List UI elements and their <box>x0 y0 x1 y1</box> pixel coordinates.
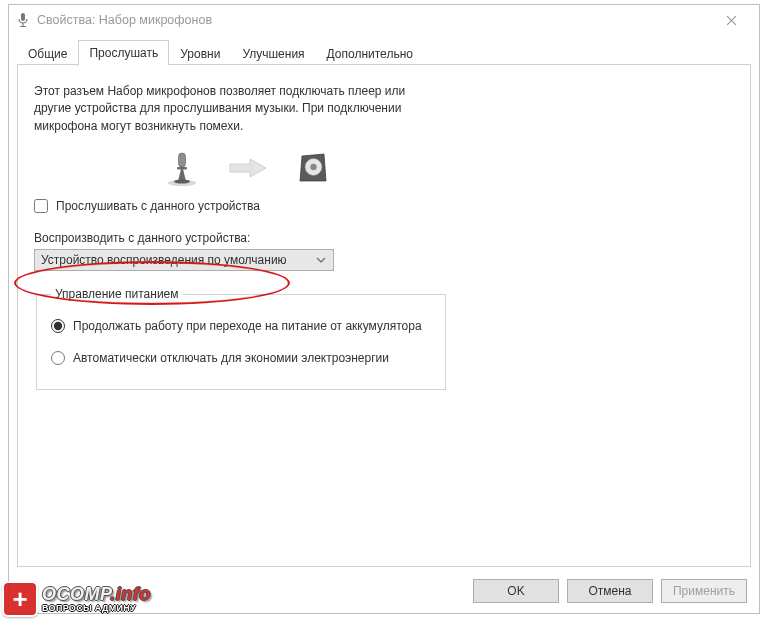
watermark-badge: + <box>2 581 38 617</box>
description-text: Этот разъем Набор микрофонов позволяет п… <box>34 83 414 135</box>
power-continue-label: Продолжать работу при переходе на питани… <box>73 319 422 333</box>
listen-checkbox[interactable] <box>34 199 48 213</box>
tab-advanced[interactable]: Дополнительно <box>316 41 424 66</box>
svg-rect-1 <box>22 23 23 26</box>
watermark: + OCOMP.info ВОПРОСЫ АДМИНУ <box>2 581 151 617</box>
svg-rect-0 <box>21 13 25 21</box>
speaker-device-icon <box>296 151 330 185</box>
svg-rect-4 <box>179 153 186 167</box>
properties-window: Свойства: Набор микрофонов Общие Прослуш… <box>8 4 760 614</box>
tab-strip: Общие Прослушать Уровни Улучшения Дополн… <box>9 37 759 65</box>
watermark-text: OCOMP.info ВОПРОСЫ АДМИНУ <box>42 585 151 613</box>
tab-levels[interactable]: Уровни <box>169 41 231 66</box>
tab-listen[interactable]: Прослушать <box>78 40 169 66</box>
power-continue-row[interactable]: Продолжать работу при переходе на питани… <box>51 319 431 333</box>
tab-enhancements[interactable]: Улучшения <box>231 41 315 66</box>
power-management-group: Управление питанием Продолжать работу пр… <box>36 287 446 390</box>
power-autooff-row[interactable]: Автоматически отключать для экономии эле… <box>51 351 431 365</box>
microphone-icon <box>15 12 31 28</box>
svg-point-10 <box>310 164 316 170</box>
svg-rect-2 <box>20 26 26 27</box>
microphone-device-icon <box>164 149 200 187</box>
plus-icon: + <box>12 586 27 612</box>
playback-device-label: Воспроизводить с данного устройства: <box>34 231 734 245</box>
dialog-buttons: OK Отмена Применить <box>473 579 747 603</box>
window-title: Свойства: Набор микрофонов <box>37 13 709 27</box>
listen-checkbox-row[interactable]: Прослушивать с данного устройства <box>34 199 734 213</box>
listen-checkbox-label: Прослушивать с данного устройства <box>56 199 260 213</box>
cancel-button[interactable]: Отмена <box>567 579 653 603</box>
titlebar: Свойства: Набор микрофонов <box>9 5 759 35</box>
playback-device-combo[interactable]: Устройство воспроизведения по умолчанию <box>34 249 334 271</box>
ok-button[interactable]: OK <box>473 579 559 603</box>
svg-point-7 <box>174 180 190 184</box>
arrow-right-icon <box>228 157 268 179</box>
tab-general[interactable]: Общие <box>17 41 78 66</box>
power-management-legend: Управление питанием <box>51 287 183 301</box>
power-autooff-label: Автоматически отключать для экономии эле… <box>73 351 389 365</box>
apply-button: Применить <box>661 579 747 603</box>
power-continue-radio[interactable] <box>51 319 65 333</box>
device-diagram <box>34 149 734 187</box>
playback-device-value: Устройство воспроизведения по умолчанию <box>41 253 313 267</box>
tab-panel: Этот разъем Набор микрофонов позволяет п… <box>17 65 751 567</box>
watermark-brand: OCOMP.info <box>42 585 151 603</box>
close-button[interactable] <box>709 6 753 34</box>
watermark-subtitle: ВОПРОСЫ АДМИНУ <box>42 604 151 613</box>
chevron-down-icon <box>313 252 329 268</box>
power-autooff-radio[interactable] <box>51 351 65 365</box>
